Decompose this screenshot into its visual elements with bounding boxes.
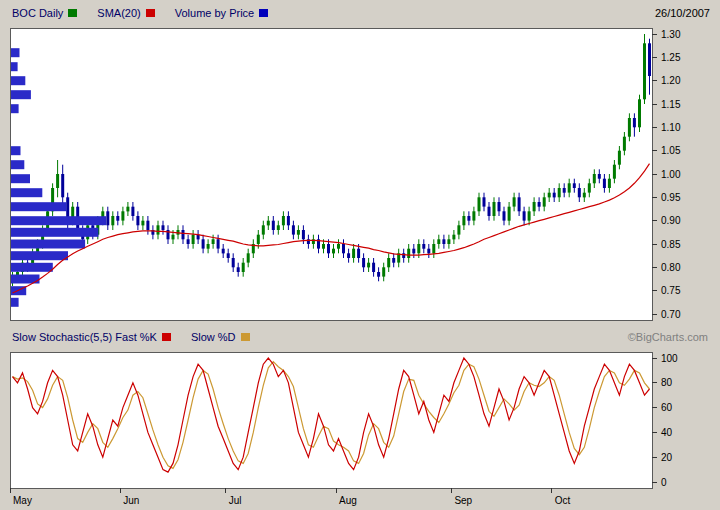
svg-text:0.85: 0.85 [661, 239, 681, 250]
svg-text:Jul: Jul [229, 495, 242, 506]
sma-label: SMA(20) [97, 7, 140, 19]
svg-text:0.90: 0.90 [661, 215, 681, 226]
slow-d-label: Slow %D [191, 331, 236, 343]
svg-text:1.00: 1.00 [661, 169, 681, 180]
volume-by-price-swatch-icon [259, 9, 268, 17]
stochastic-legend: Slow Stochastic(5,5) Fast %K Slow %D ©Bi… [0, 326, 720, 348]
svg-text:Jun: Jun [123, 495, 139, 506]
svg-text:Oct: Oct [555, 495, 571, 506]
legend-item-slow-d: Slow %D [191, 331, 250, 343]
slow-d-swatch-icon [241, 333, 250, 341]
fast-k-label: Slow Stochastic(5,5) Fast %K [12, 331, 157, 343]
legend-item-fast-k: Slow Stochastic(5,5) Fast %K [12, 331, 171, 343]
svg-text:20: 20 [661, 452, 673, 463]
svg-text:1.15: 1.15 [661, 99, 681, 110]
svg-text:40: 40 [661, 427, 673, 438]
svg-text:0.95: 0.95 [661, 192, 681, 203]
svg-text:May: May [13, 495, 32, 506]
volume-by-price-label: Volume by Price [175, 7, 254, 19]
svg-text:Aug: Aug [339, 495, 357, 506]
main-chart-legend: BOC Daily SMA(20) Volume by Price 26/10/… [0, 0, 720, 26]
svg-text:1.25: 1.25 [661, 52, 681, 63]
svg-text:80: 80 [661, 377, 673, 388]
bigcharts-window: BOC Daily SMA(20) Volume by Price 26/10/… [0, 0, 720, 510]
legend-item-volume-by-price: Volume by Price [175, 7, 268, 19]
svg-text:Sep: Sep [454, 495, 472, 506]
svg-text:100: 100 [661, 353, 678, 364]
legend-item-symbol: BOC Daily [12, 7, 77, 19]
svg-text:1.20: 1.20 [661, 75, 681, 86]
svg-text:1.05: 1.05 [661, 145, 681, 156]
svg-text:1.10: 1.10 [661, 122, 681, 133]
symbol-label: BOC Daily [12, 7, 63, 19]
stochastic-chart-svg: 100806040200MayJunJulAugSepOct [0, 348, 720, 510]
svg-text:0.75: 0.75 [661, 285, 681, 296]
legend-item-sma: SMA(20) [97, 7, 154, 19]
svg-text:60: 60 [661, 402, 673, 413]
chart-date: 26/10/2007 [655, 7, 710, 19]
fast-k-swatch-icon [162, 333, 171, 341]
bigcharts-copyright: ©BigCharts.com [628, 331, 708, 343]
sma-swatch-icon [146, 9, 155, 17]
svg-text:1.30: 1.30 [661, 29, 681, 40]
svg-text:0.70: 0.70 [661, 309, 681, 320]
candlestick-swatch-icon [68, 9, 77, 17]
price-chart-svg: 1.301.251.201.151.101.051.000.950.900.85… [0, 26, 720, 326]
svg-text:0.80: 0.80 [661, 262, 681, 273]
svg-text:0: 0 [661, 477, 667, 488]
